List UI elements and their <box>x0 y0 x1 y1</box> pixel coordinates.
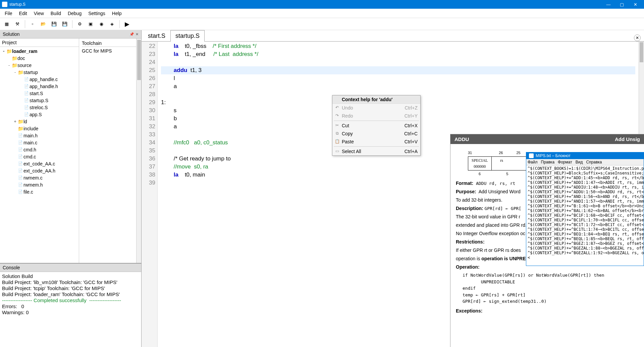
notepad-menu-Формат[interactable]: Формат <box>558 160 572 164</box>
menu-file[interactable]: File <box>1 9 16 17</box>
code-line[interactable]: addu t1, 3 <box>161 66 635 74</box>
context-menu-copy[interactable]: ⧉CopyCtrl+C <box>332 130 420 138</box>
menu-settings[interactable]: Settings <box>85 9 109 17</box>
tree-file-app.S[interactable]: 📄app.S <box>0 111 79 118</box>
context-menu-cut[interactable]: ✂CutCtrl+X <box>332 122 420 130</box>
tree-file-rwmem.h[interactable]: 📄rwmem.h <box>0 181 79 188</box>
expander-icon[interactable]: - <box>1 49 6 54</box>
toolbar-save-all-button[interactable]: 💾 <box>60 19 69 29</box>
minimize-button[interactable]: — <box>602 0 615 9</box>
notepad-menu-Файл[interactable]: Файл <box>528 160 538 164</box>
tree-folder-loader_ram[interactable]: -📁loader_ram <box>0 48 79 55</box>
tab-start-S[interactable]: start.S <box>143 30 170 42</box>
context-menu-separator <box>334 146 419 147</box>
console-line: Build Project: 'loader_ram' Toolchain: '… <box>2 291 139 297</box>
gutter-line: 36 <box>142 155 155 163</box>
undo-icon: ↶ <box>334 105 340 110</box>
tree-file-rwmem.c[interactable]: 📄rwmem.c <box>0 174 79 181</box>
toolbar-new-file-button[interactable]: ▫ <box>28 19 37 29</box>
context-menu-label: Paste <box>342 139 354 144</box>
code-line[interactable]: a <box>161 82 635 90</box>
close-button[interactable]: ✕ <box>629 0 642 9</box>
menu-build[interactable]: Build <box>47 9 64 17</box>
folder-icon: 📁 <box>6 49 12 54</box>
toolbar-open-button[interactable]: 📂 <box>39 19 48 29</box>
panel-close-icon[interactable]: ✕ <box>136 32 139 37</box>
toolbar-save-button[interactable]: 💾 <box>49 19 59 29</box>
tree-file-ext_code_AA.c[interactable]: 📄ext_code_AA.c <box>0 160 79 167</box>
toolbar-cube-button[interactable]: ◈ <box>107 19 117 29</box>
tree-file-main.c[interactable]: 📄main.c <box>0 139 79 146</box>
code-line[interactable]: la t0, _fbss /* First address */ <box>161 42 635 50</box>
tree-folder-startup[interactable]: -📁startup <box>0 69 79 76</box>
menu-view[interactable]: View <box>31 9 47 17</box>
toolbar-gears-button[interactable]: ⚙ <box>75 19 85 29</box>
toolbar-build-button[interactable]: ⚒ <box>13 19 22 29</box>
menu-debug[interactable]: Debug <box>64 9 85 17</box>
tree-item-label: rwmem.c <box>23 175 43 181</box>
file-icon: 📄 <box>17 168 23 173</box>
notepad-menu-Правка[interactable]: Правка <box>541 160 555 164</box>
notepad-body[interactable]: ^$(CONTEXT_BOOKS)=1:$(CDIR)\MIPS64_Instr… <box>526 165 644 266</box>
toolbar-run-button[interactable]: ▶ <box>122 19 132 29</box>
tree-folder-include[interactable]: 📁include <box>0 125 79 132</box>
code-line[interactable]: la t1, _end /* Last address */ <box>161 50 635 58</box>
tree-scrollbar[interactable] <box>136 39 141 263</box>
gutter-line: 24 <box>142 58 155 66</box>
folder-icon: 📁 <box>17 70 23 75</box>
context-menu-select-all[interactable]: ▭Select AllCtrl+A <box>332 147 420 155</box>
toolbar-box-button[interactable]: ▣ <box>86 19 95 29</box>
context-menu-shortcut: Ctrl+C <box>404 131 418 136</box>
menu-help[interactable]: Help <box>109 9 125 17</box>
folder-icon: 📁 <box>17 119 23 124</box>
notepad-title-bar[interactable]: MIPS.txt – Блокнот <box>526 152 644 159</box>
notepad-window[interactable]: MIPS.txt – Блокнот ФайлПравкаФорматВидСп… <box>526 152 644 266</box>
gutter-line: 38 <box>142 171 155 179</box>
panel-pin-icon[interactable]: 📌 <box>129 32 134 37</box>
tree-file-cmd.h[interactable]: 📄cmd.h <box>0 146 79 153</box>
tree-file-cmd.c[interactable]: 📄cmd.c <box>0 153 79 160</box>
tree-item-label: ext_code_AA.h <box>23 168 55 174</box>
tree-folder-source[interactable]: -📁source <box>0 62 79 69</box>
context-menu-shortcut: Ctrl+Z <box>405 105 418 111</box>
notepad-menu-Справка[interactable]: Справка <box>586 160 602 164</box>
tree-folder-doc[interactable]: 📁doc <box>0 55 79 62</box>
expander-icon[interactable]: - <box>7 63 11 68</box>
tree-file-startup.S[interactable]: 📄startup.S <box>0 97 79 104</box>
format-label: Format: <box>456 181 473 186</box>
tab-startup-S[interactable]: startup.S <box>170 30 205 42</box>
project-tree[interactable]: Project -📁loader_ram📁doc-📁source-📁startu… <box>0 39 79 263</box>
toolbar-new-project-button[interactable]: ▦ <box>2 19 11 29</box>
tree-file-streloc.S[interactable]: 📄streloc.S <box>0 104 79 111</box>
gutter-line: 22 <box>142 42 155 50</box>
toolbar-stop-button[interactable]: ◉ <box>97 19 106 29</box>
tab-close-button[interactable]: ✕ <box>634 34 641 41</box>
maximize-button[interactable]: ▢ <box>615 0 629 9</box>
context-menu-label: Copy <box>342 131 353 136</box>
tree-folder-ld[interactable]: +📁ld <box>0 118 79 125</box>
gutter-line: 34 <box>142 139 155 147</box>
code-line[interactable]: l <box>161 74 635 82</box>
code-line[interactable] <box>161 58 635 66</box>
help-title: ADDU <box>454 136 469 142</box>
tree-file-main.h[interactable]: 📄main.h <box>0 132 79 139</box>
notepad-menu-Вид[interactable]: Вид <box>576 160 583 164</box>
context-menu-title[interactable]: Context help for 'addu' <box>332 95 420 104</box>
gutter-line: 23 <box>142 50 155 58</box>
console-output[interactable]: Solution BuildBuild Project: 'lib_vm108'… <box>0 272 141 317</box>
tree-file-app_handle.c[interactable]: 📄app_handle.c <box>0 76 79 83</box>
tree-file-app_handle.h[interactable]: 📄app_handle.h <box>0 83 79 90</box>
purpose-value: Add Unsigned Word <box>479 189 521 194</box>
expander-icon[interactable]: + <box>13 119 17 124</box>
purpose-label: Purpose: <box>456 189 476 194</box>
desc-value: GPR[rd] ← GPR[ <box>485 206 522 211</box>
tree-file-ext_code_AA.h[interactable]: 📄ext_code_AA.h <box>0 167 79 174</box>
console-line: Solution Build <box>2 273 139 279</box>
tree-item-label: doc <box>17 56 25 61</box>
context-menu-paste[interactable]: 📋PasteCtrl+V <box>332 138 420 146</box>
menu-edit[interactable]: Edit <box>16 9 31 17</box>
tree-file-file.c[interactable]: 📄file.c <box>0 188 79 195</box>
tree-file-start.S[interactable]: 📄start.S <box>0 90 79 97</box>
expander-icon[interactable]: - <box>13 70 17 75</box>
enc-rs: rs <box>492 157 512 170</box>
